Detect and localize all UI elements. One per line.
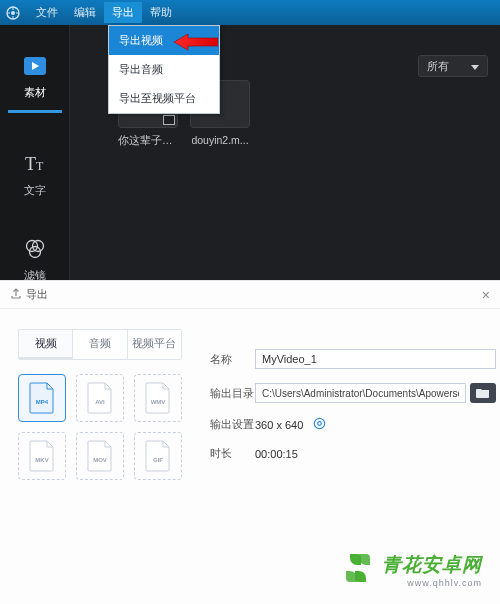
close-icon: × [482, 287, 490, 303]
export-header: 导出 × [0, 281, 500, 309]
dropdown-export-video[interactable]: 导出视频 [109, 26, 219, 55]
sidebar-item-text[interactable]: TT 文字 [0, 151, 69, 198]
svg-text:T: T [36, 159, 44, 173]
menu-bar: 文件 编辑 导出 帮助 [0, 0, 500, 25]
svg-marker-14 [471, 65, 479, 70]
sidebar-item-label: 素材 [24, 85, 46, 100]
filter-dropdown-label: 所有 [427, 59, 449, 74]
checkbox-icon [163, 115, 175, 125]
chevron-down-icon [471, 60, 479, 72]
close-button[interactable]: × [482, 287, 490, 303]
video-editor-pane: 文件 编辑 导出 帮助 导出视频 导出音频 导出至视频平台 素材 TT [0, 0, 500, 280]
format-mov[interactable]: MOV [76, 432, 124, 480]
folder-icon [476, 387, 490, 400]
sidebar-item-label: 文字 [24, 183, 46, 198]
path-input[interactable] [255, 383, 466, 403]
watermark: 青花安卓网 www.qhhlv.com [340, 550, 482, 590]
watermark-text: 青花安卓网 [382, 552, 482, 578]
svg-point-21 [315, 418, 325, 428]
menu-file[interactable]: 文件 [28, 2, 66, 23]
format-mkv[interactable]: MKV [18, 432, 66, 480]
browse-folder-button[interactable] [470, 383, 496, 403]
resolution-value: 360 x 640 [255, 419, 303, 431]
duration-label: 时长 [210, 446, 255, 461]
menu-export[interactable]: 导出 [104, 2, 142, 23]
svg-text:MP4: MP4 [36, 399, 49, 405]
tab-audio[interactable]: 音频 [73, 330, 127, 359]
media-item-label: 你这辈子有... [118, 134, 178, 148]
tab-platform[interactable]: 视频平台 [128, 330, 181, 359]
format-avi[interactable]: AVI [76, 374, 124, 422]
svg-point-22 [318, 422, 322, 426]
format-gif[interactable]: GIF [134, 432, 182, 480]
tab-video[interactable]: 视频 [19, 330, 73, 359]
format-mp4[interactable]: MP4 [18, 374, 66, 422]
duration-value: 00:00:15 [255, 448, 298, 460]
name-label: 名称 [210, 352, 255, 367]
export-title: 导出 [26, 287, 48, 302]
watermark-logo-icon [340, 550, 376, 590]
path-label: 输出目录 [210, 386, 255, 401]
name-input[interactable] [255, 349, 496, 369]
dropdown-export-platform[interactable]: 导出至视频平台 [109, 84, 219, 113]
svg-text:MOV: MOV [93, 457, 107, 463]
svg-text:MKV: MKV [35, 457, 48, 463]
sidebar: 素材 TT 文字 滤镜 [0, 25, 70, 280]
export-tabs: 视频 音频 视频平台 [18, 329, 182, 360]
text-icon: TT [23, 151, 47, 177]
sidebar-item-filter[interactable]: 滤镜 [0, 236, 69, 280]
menu-edit[interactable]: 编辑 [66, 2, 104, 23]
format-wmv[interactable]: WMV [134, 374, 182, 422]
sidebar-item-label: 滤镜 [24, 268, 46, 280]
export-icon [10, 288, 22, 302]
export-form: 名称 输出目录 输出设置 360 x 640 [210, 349, 496, 475]
dropdown-export-audio[interactable]: 导出音频 [109, 55, 219, 84]
export-dropdown: 导出视频 导出音频 导出至视频平台 [108, 25, 220, 114]
resolution-label: 输出设置 [210, 417, 255, 432]
svg-text:T: T [25, 154, 36, 174]
filter-icon [24, 236, 46, 262]
svg-text:GIF: GIF [153, 457, 163, 463]
filter-dropdown[interactable]: 所有 [418, 55, 488, 77]
export-panel: 导出 × 视频 音频 视频平台 MP4 AVI WMV MKV MOV [0, 280, 500, 604]
svg-text:AVI: AVI [95, 399, 105, 405]
app-logo-icon [6, 6, 20, 20]
svg-text:WMV: WMV [151, 399, 166, 405]
settings-button[interactable] [313, 417, 326, 432]
play-icon [24, 53, 46, 79]
watermark-url: www.qhhlv.com [407, 578, 482, 588]
media-item-label: douyin2.m... [190, 134, 250, 146]
svg-point-1 [11, 11, 15, 15]
menu-help[interactable]: 帮助 [142, 2, 180, 23]
gear-icon [313, 417, 326, 432]
sidebar-item-media[interactable]: 素材 [0, 53, 69, 113]
